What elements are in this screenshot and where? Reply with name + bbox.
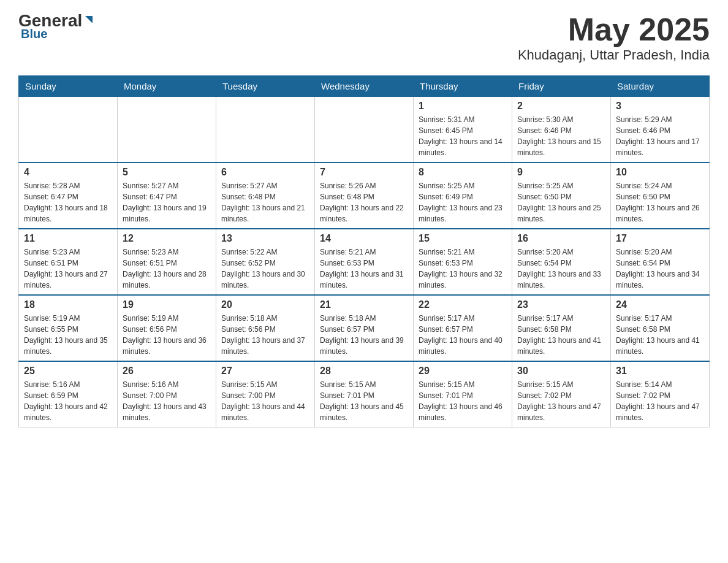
calendar-subtitle: Khudaganj, Uttar Pradesh, India [518, 47, 710, 63]
calendar-cell: 30Sunrise: 5:15 AM Sunset: 7:02 PM Dayli… [512, 361, 611, 427]
calendar-cell: 7Sunrise: 5:26 AM Sunset: 6:48 PM Daylig… [315, 163, 414, 229]
day-info: Sunrise: 5:27 AM Sunset: 6:48 PM Dayligh… [221, 180, 309, 224]
day-info: Sunrise: 5:19 AM Sunset: 6:55 PM Dayligh… [24, 313, 112, 357]
weekday-header-wednesday: Wednesday [315, 76, 414, 97]
day-info: Sunrise: 5:14 AM Sunset: 7:02 PM Dayligh… [616, 379, 704, 423]
calendar-cell: 3Sunrise: 5:29 AM Sunset: 6:46 PM Daylig… [611, 97, 710, 163]
calendar-cell: 18Sunrise: 5:19 AM Sunset: 6:55 PM Dayli… [19, 295, 118, 361]
day-info: Sunrise: 5:19 AM Sunset: 6:56 PM Dayligh… [123, 313, 211, 357]
weekday-header-saturday: Saturday [611, 76, 710, 97]
calendar-cell [315, 97, 414, 163]
calendar-cell: 20Sunrise: 5:18 AM Sunset: 6:56 PM Dayli… [216, 295, 315, 361]
weekday-header-monday: Monday [118, 76, 216, 97]
calendar-cell: 19Sunrise: 5:19 AM Sunset: 6:56 PM Dayli… [118, 295, 216, 361]
weekday-header-sunday: Sunday [19, 76, 118, 97]
weekday-header-friday: Friday [512, 76, 611, 97]
day-number: 16 [517, 233, 605, 244]
day-info: Sunrise: 5:21 AM Sunset: 6:53 PM Dayligh… [320, 247, 408, 291]
day-info: Sunrise: 5:17 AM Sunset: 6:58 PM Dayligh… [616, 313, 704, 357]
day-number: 6 [221, 167, 309, 178]
calendar-cell: 5Sunrise: 5:27 AM Sunset: 6:47 PM Daylig… [118, 163, 216, 229]
calendar-cell: 24Sunrise: 5:17 AM Sunset: 6:58 PM Dayli… [611, 295, 710, 361]
day-info: Sunrise: 5:17 AM Sunset: 6:58 PM Dayligh… [517, 313, 605, 357]
calendar-week-row: 18Sunrise: 5:19 AM Sunset: 6:55 PM Dayli… [19, 295, 710, 361]
logo-triangle-icon [83, 14, 94, 25]
calendar-cell: 15Sunrise: 5:21 AM Sunset: 6:53 PM Dayli… [414, 229, 512, 295]
day-number: 28 [320, 366, 408, 377]
day-info: Sunrise: 5:23 AM Sunset: 6:51 PM Dayligh… [24, 247, 112, 291]
day-info: Sunrise: 5:23 AM Sunset: 6:51 PM Dayligh… [123, 247, 211, 291]
day-number: 12 [123, 233, 211, 244]
page-header: General Blue May 2025 Khudaganj, Uttar P… [18, 12, 710, 63]
day-number: 30 [517, 366, 605, 377]
day-number: 9 [517, 167, 605, 178]
calendar-title: May 2025 [518, 12, 710, 47]
day-info: Sunrise: 5:20 AM Sunset: 6:54 PM Dayligh… [616, 247, 704, 291]
day-number: 15 [419, 233, 507, 244]
day-number: 27 [221, 366, 309, 377]
day-info: Sunrise: 5:27 AM Sunset: 6:47 PM Dayligh… [123, 180, 211, 224]
day-number: 13 [221, 233, 309, 244]
calendar-cell [19, 97, 118, 163]
day-number: 26 [123, 366, 211, 377]
day-info: Sunrise: 5:15 AM Sunset: 7:01 PM Dayligh… [419, 379, 507, 423]
day-number: 22 [419, 299, 507, 310]
calendar-cell: 28Sunrise: 5:15 AM Sunset: 7:01 PM Dayli… [315, 361, 414, 427]
day-number: 17 [616, 233, 704, 244]
day-number: 23 [517, 299, 605, 310]
day-number: 4 [24, 167, 112, 178]
day-info: Sunrise: 5:29 AM Sunset: 6:46 PM Dayligh… [616, 114, 704, 158]
calendar-cell: 6Sunrise: 5:27 AM Sunset: 6:48 PM Daylig… [216, 163, 315, 229]
calendar-cell: 26Sunrise: 5:16 AM Sunset: 7:00 PM Dayli… [118, 361, 216, 427]
day-info: Sunrise: 5:16 AM Sunset: 6:59 PM Dayligh… [24, 379, 112, 423]
day-info: Sunrise: 5:15 AM Sunset: 7:01 PM Dayligh… [320, 379, 408, 423]
day-info: Sunrise: 5:22 AM Sunset: 6:52 PM Dayligh… [221, 247, 309, 291]
calendar-cell: 17Sunrise: 5:20 AM Sunset: 6:54 PM Dayli… [611, 229, 710, 295]
day-number: 25 [24, 366, 112, 377]
weekday-header-row: SundayMondayTuesdayWednesdayThursdayFrid… [19, 76, 710, 97]
day-number: 2 [517, 101, 605, 112]
calendar-cell: 8Sunrise: 5:25 AM Sunset: 6:49 PM Daylig… [414, 163, 512, 229]
day-info: Sunrise: 5:28 AM Sunset: 6:47 PM Dayligh… [24, 180, 112, 224]
logo-blue-text: Blue [21, 27, 47, 41]
day-info: Sunrise: 5:17 AM Sunset: 6:57 PM Dayligh… [419, 313, 507, 357]
day-number: 21 [320, 299, 408, 310]
calendar-table: SundayMondayTuesdayWednesdayThursdayFrid… [18, 75, 710, 427]
calendar-cell: 12Sunrise: 5:23 AM Sunset: 6:51 PM Dayli… [118, 229, 216, 295]
day-info: Sunrise: 5:21 AM Sunset: 6:53 PM Dayligh… [419, 247, 507, 291]
calendar-cell: 22Sunrise: 5:17 AM Sunset: 6:57 PM Dayli… [414, 295, 512, 361]
calendar-cell [216, 97, 315, 163]
day-number: 3 [616, 101, 704, 112]
day-info: Sunrise: 5:15 AM Sunset: 7:00 PM Dayligh… [221, 379, 309, 423]
calendar-cell: 2Sunrise: 5:30 AM Sunset: 6:46 PM Daylig… [512, 97, 611, 163]
logo: General Blue [18, 12, 94, 41]
day-number: 29 [419, 366, 507, 377]
day-info: Sunrise: 5:30 AM Sunset: 6:46 PM Dayligh… [517, 114, 605, 158]
calendar-cell: 31Sunrise: 5:14 AM Sunset: 7:02 PM Dayli… [611, 361, 710, 427]
day-number: 19 [123, 299, 211, 310]
svg-marker-0 [85, 16, 93, 23]
calendar-week-row: 11Sunrise: 5:23 AM Sunset: 6:51 PM Dayli… [19, 229, 710, 295]
day-info: Sunrise: 5:15 AM Sunset: 7:02 PM Dayligh… [517, 379, 605, 423]
calendar-cell: 23Sunrise: 5:17 AM Sunset: 6:58 PM Dayli… [512, 295, 611, 361]
calendar-week-row: 25Sunrise: 5:16 AM Sunset: 6:59 PM Dayli… [19, 361, 710, 427]
calendar-cell: 10Sunrise: 5:24 AM Sunset: 6:50 PM Dayli… [611, 163, 710, 229]
calendar-cell: 4Sunrise: 5:28 AM Sunset: 6:47 PM Daylig… [19, 163, 118, 229]
day-number: 20 [221, 299, 309, 310]
weekday-header-tuesday: Tuesday [216, 76, 315, 97]
day-info: Sunrise: 5:31 AM Sunset: 6:45 PM Dayligh… [419, 114, 507, 158]
calendar-cell: 29Sunrise: 5:15 AM Sunset: 7:01 PM Dayli… [414, 361, 512, 427]
day-number: 10 [616, 167, 704, 178]
title-block: May 2025 Khudaganj, Uttar Pradesh, India [518, 12, 710, 63]
day-number: 1 [419, 101, 507, 112]
calendar-cell: 9Sunrise: 5:25 AM Sunset: 6:50 PM Daylig… [512, 163, 611, 229]
calendar-cell: 1Sunrise: 5:31 AM Sunset: 6:45 PM Daylig… [414, 97, 512, 163]
day-info: Sunrise: 5:18 AM Sunset: 6:56 PM Dayligh… [221, 313, 309, 357]
calendar-cell [118, 97, 216, 163]
weekday-header-thursday: Thursday [414, 76, 512, 97]
day-number: 11 [24, 233, 112, 244]
day-info: Sunrise: 5:26 AM Sunset: 6:48 PM Dayligh… [320, 180, 408, 224]
calendar-cell: 27Sunrise: 5:15 AM Sunset: 7:00 PM Dayli… [216, 361, 315, 427]
day-info: Sunrise: 5:25 AM Sunset: 6:49 PM Dayligh… [419, 180, 507, 224]
day-info: Sunrise: 5:16 AM Sunset: 7:00 PM Dayligh… [123, 379, 211, 423]
